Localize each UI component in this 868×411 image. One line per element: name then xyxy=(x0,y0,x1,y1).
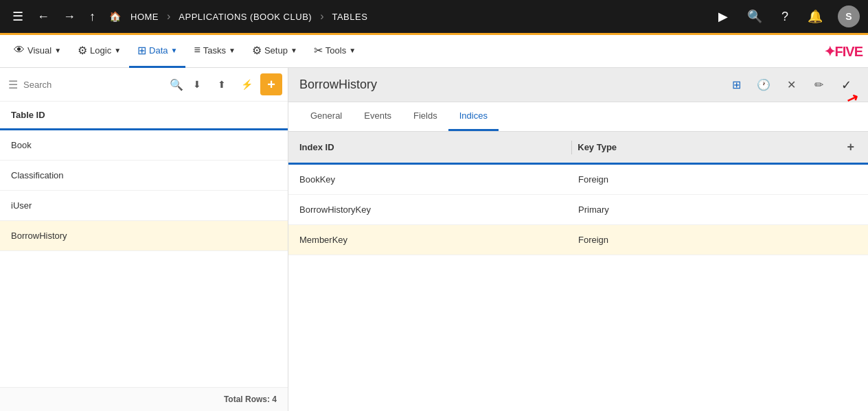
menu-tools[interactable]: ✂ Tools ▼ xyxy=(306,35,364,68)
up-icon[interactable]: ↑ xyxy=(85,7,100,27)
menu-logic[interactable]: ⚙ Logic ▼ xyxy=(69,35,129,68)
menu-tools-label: Tools xyxy=(326,45,346,56)
edit-icon[interactable]: ✏ xyxy=(808,74,830,96)
sep-2: › xyxy=(320,10,323,23)
history-icon[interactable]: 🕐 xyxy=(753,74,775,96)
back-icon[interactable]: ← xyxy=(33,7,54,27)
index-id-borrowhistorykey: BorrowHistoryKey xyxy=(299,204,578,215)
key-type-memberkey: Foreign xyxy=(578,235,857,245)
menu-visual-label: Visual xyxy=(27,45,52,56)
search-input[interactable] xyxy=(23,80,167,90)
check-icon[interactable]: ✓ xyxy=(835,74,857,96)
menu-right: ✦FIVE xyxy=(824,43,863,60)
left-footer: Total Rows: 4 xyxy=(0,387,288,411)
tab-fields[interactable]: Fields xyxy=(402,102,448,131)
tab-general[interactable]: General xyxy=(299,102,353,131)
tabs-bar: General Events Fields Indices xyxy=(288,102,868,132)
index-row-bookkey[interactable]: BookKey Foreign xyxy=(288,165,868,195)
five-logo: ✦FIVE xyxy=(824,43,863,60)
help-icon[interactable]: ? xyxy=(777,7,792,27)
setup-dropdown-icon: ▼ xyxy=(290,47,297,54)
table-id-header: Table ID xyxy=(0,102,288,130)
forward-icon[interactable]: → xyxy=(59,7,80,27)
indices-table: Index ID Key Type + BookKey Foreign Borr… xyxy=(288,132,868,411)
avatar[interactable]: S xyxy=(838,5,860,27)
home-label: HOME xyxy=(130,12,159,22)
menu-visual[interactable]: 👁 Visual ▼ xyxy=(5,35,69,68)
play-icon[interactable]: ▶ xyxy=(714,6,732,27)
index-id-col-header: Index ID xyxy=(299,142,566,152)
key-type-borrowhistorykey: Primary xyxy=(578,204,857,215)
tools-dropdown-icon: ▼ xyxy=(349,47,356,54)
tab-indices[interactable]: Indices xyxy=(448,102,499,131)
left-panel: ☰ 🔍 ⬇ ⬆ ⚡ + Table ID Book Classification… xyxy=(0,68,288,411)
index-id-memberkey: MemberKey xyxy=(299,235,578,245)
right-title: BorrowHistory xyxy=(299,78,725,92)
tasks-icon: ≡ xyxy=(194,44,200,56)
tables-label: TABLES xyxy=(332,12,367,22)
menu-bar: 👁 Visual ▼ ⚙ Logic ▼ ⊞ Data ▼ ≡ Tasks ▼ … xyxy=(0,35,868,68)
index-row-memberkey[interactable]: MemberKey Foreign xyxy=(288,225,868,255)
search-nav-icon[interactable]: 🔍 xyxy=(743,6,766,27)
visual-dropdown-icon: ▼ xyxy=(54,47,61,54)
table-row-selected[interactable]: BorrowHistory xyxy=(0,221,288,251)
flash-btn[interactable]: ⚡ xyxy=(236,73,258,95)
table-row[interactable]: Book xyxy=(0,130,288,161)
menu-setup-label: Setup xyxy=(264,45,288,56)
main-area: ☰ 🔍 ⬇ ⬆ ⚡ + Table ID Book Classification… xyxy=(0,68,868,411)
table-row[interactable]: Classification xyxy=(0,161,288,191)
data-dropdown-icon: ▼ xyxy=(171,47,178,54)
search-icon[interactable]: 🔍 xyxy=(170,78,183,91)
close-icon[interactable]: ✕ xyxy=(780,74,802,96)
home-icon[interactable]: 🏠 xyxy=(105,8,125,25)
key-type-bookkey: Foreign xyxy=(578,174,857,185)
right-header: BorrowHistory ⊞ 🕐 ✕ ✏ ✓ xyxy=(288,68,868,102)
tools-icon: ✂ xyxy=(314,44,323,57)
setup-icon: ⚙ xyxy=(252,44,262,57)
add-button[interactable]: + xyxy=(260,73,282,95)
index-row-borrowhistorykey[interactable]: BorrowHistoryKey Primary xyxy=(288,195,868,225)
index-id-bookkey: BookKey xyxy=(299,174,578,185)
right-panel: BorrowHistory ⊞ 🕐 ✕ ✏ ✓ ↗ General Events… xyxy=(288,68,868,411)
right-actions: ⊞ 🕐 ✕ ✏ ✓ xyxy=(725,74,857,96)
logic-dropdown-icon: ▼ xyxy=(114,47,121,54)
table-list: Book Classification iUser BorrowHistory xyxy=(0,130,288,387)
key-type-col-header: Key Type xyxy=(578,142,844,152)
menu-setup[interactable]: ⚙ Setup ▼ xyxy=(244,35,306,68)
upload-btn[interactable]: ⬆ xyxy=(211,73,233,95)
visual-icon: 👁 xyxy=(14,44,25,56)
sep-1: › xyxy=(167,10,170,23)
menu-data-label: Data xyxy=(149,45,168,56)
tab-events[interactable]: Events xyxy=(353,102,402,131)
data-icon: ⊞ xyxy=(137,44,146,57)
filter-icon[interactable]: ☰ xyxy=(5,75,21,94)
hamburger-icon[interactable]: ☰ xyxy=(8,6,27,27)
table-row[interactable]: iUser xyxy=(0,191,288,221)
download-btn[interactable]: ⬇ xyxy=(186,73,208,95)
bell-icon[interactable]: 🔔 xyxy=(803,6,827,27)
top-nav: ☰ ← → ↑ 🏠 HOME › APPLICATIONS (BOOK CLUB… xyxy=(0,0,868,33)
tasks-dropdown-icon: ▼ xyxy=(229,47,236,54)
add-index-button[interactable]: + xyxy=(845,140,858,154)
grid-view-icon[interactable]: ⊞ xyxy=(725,74,747,96)
menu-tasks-label: Tasks xyxy=(203,45,226,56)
menu-data[interactable]: ⊞ Data ▼ xyxy=(129,35,185,68)
search-bar: ☰ 🔍 ⬇ ⬆ ⚡ + xyxy=(0,68,288,102)
col-separator xyxy=(571,141,572,154)
logic-icon: ⚙ xyxy=(78,44,87,57)
app-label: APPLICATIONS (BOOK CLUB) xyxy=(179,12,312,22)
indices-header: Index ID Key Type + xyxy=(288,132,868,165)
menu-logic-label: Logic xyxy=(90,45,111,56)
top-nav-right: ▶ 🔍 ? 🔔 S xyxy=(714,5,860,27)
menu-tasks[interactable]: ≡ Tasks ▼ xyxy=(185,35,243,68)
